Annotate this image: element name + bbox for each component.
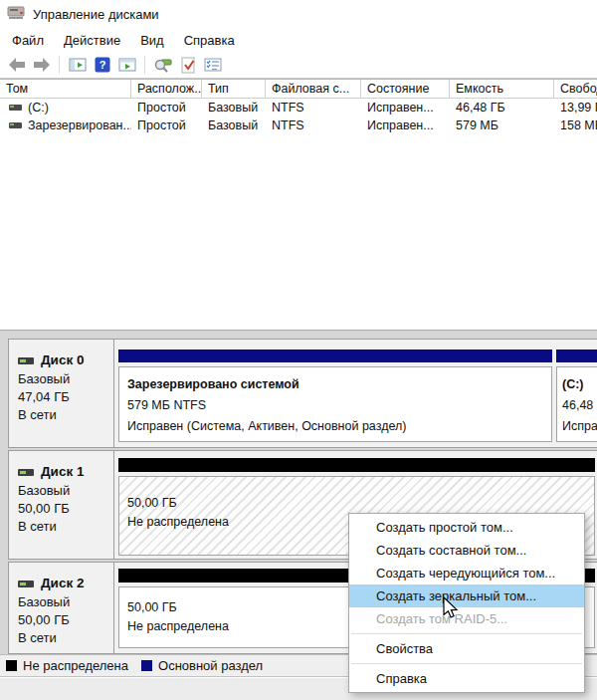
type-cell: Базовый — [202, 101, 266, 115]
capacity-cell: 579 МБ — [450, 118, 554, 132]
disk-2-size: 50,00 ГБ — [18, 611, 113, 629]
menu-view[interactable]: Вид — [130, 30, 174, 51]
disk-2-status: В сети — [18, 629, 113, 647]
free-cell: 158 МБ — [554, 118, 597, 132]
properties-list-icon[interactable] — [200, 54, 225, 76]
disk-0-name: Диск 0 — [18, 351, 113, 369]
capacity-cell: 46,48 ГБ — [450, 101, 554, 115]
layout-cell: Простой — [131, 118, 202, 132]
disk-icon — [18, 469, 34, 476]
show-console-window-icon[interactable] — [114, 54, 139, 76]
primary-partition-bar — [118, 350, 552, 362]
disk-0-size: 47,04 ГБ — [18, 388, 113, 406]
primary-partition-bar — [556, 350, 597, 362]
column-header-capacity[interactable]: Емкость — [450, 80, 554, 98]
primary-partition-swatch — [141, 660, 152, 671]
menu-item-new-mirrored-volume[interactable]: Создать зеркальный том... — [349, 584, 584, 607]
partition-status: Исправен — [562, 416, 597, 437]
column-header-free[interactable]: Свободно — [554, 80, 597, 98]
partition-c-drive[interactable]: (C:) 46,48 ГБ Исправен — [556, 350, 597, 445]
disk-2-type: Базовый — [18, 593, 113, 611]
disk-1-type: Базовый — [18, 482, 113, 500]
layout-cell: Простой — [131, 101, 202, 115]
volume-cell: (C:) — [0, 101, 131, 115]
toolbar: ? — [0, 52, 597, 79]
partition-size: 46,48 ГБ — [562, 395, 597, 416]
volume-icon — [9, 122, 22, 128]
disk-2-info-panel[interactable]: Диск 2 Базовый 50,00 ГБ В сети — [9, 563, 114, 653]
partition-system-reserved[interactable]: Зарезервировано системой 579 МБ NTFS Исп… — [118, 350, 552, 445]
partition-title: (C:) — [562, 374, 597, 395]
window-title: Управление дисками — [33, 7, 159, 22]
back-arrow-icon[interactable] — [4, 54, 29, 76]
volume-cell: Зарезервирован... — [0, 118, 131, 132]
status-cell: Исправен... — [361, 101, 450, 115]
filesystem-cell: NTFS — [266, 101, 361, 115]
pane-splitter[interactable] — [0, 330, 597, 339]
forward-arrow-icon[interactable] — [29, 54, 54, 76]
disk-0-info-panel[interactable]: Диск 0 Базовый 47,04 ГБ В сети — [9, 340, 114, 447]
table-row[interactable]: Зарезервирован... Простой Базовый NTFS И… — [0, 117, 597, 134]
menu-file[interactable]: Файл — [2, 30, 54, 51]
menu-item-new-simple-volume[interactable]: Создать простой том... — [349, 516, 584, 539]
volume-list-pane: Том Располож... Тип Файловая с... Состоя… — [0, 79, 597, 330]
partition-title: Зарезервировано системой — [127, 374, 551, 395]
filesystem-cell: NTFS — [266, 118, 361, 132]
column-header-status[interactable]: Состояние — [361, 80, 450, 98]
disk-icon — [18, 581, 34, 587]
disk-0-type: Базовый — [18, 370, 113, 388]
console-tree-icon[interactable] — [65, 54, 90, 76]
menu-item-new-raid5-volume: Создать том RAID-5... — [349, 607, 584, 630]
legend-unallocated-label: Не распределена — [23, 658, 128, 673]
svg-text:?: ? — [99, 59, 105, 71]
unallocated-partition-bar — [118, 458, 595, 472]
menu-item-properties[interactable]: Свойства — [349, 637, 584, 660]
legend-primary-label: Основной раздел — [158, 658, 263, 673]
volume-icon — [9, 105, 22, 111]
free-cell: 13,99 ГБ — [554, 101, 597, 115]
volume-table-header: Том Располож... Тип Файловая с... Состоя… — [0, 79, 597, 99]
disk-1-name: Диск 1 — [18, 463, 113, 481]
partition-box[interactable]: (C:) 46,48 ГБ Исправен — [556, 366, 597, 442]
menu-separator — [351, 633, 582, 634]
menu-help[interactable]: Справка — [174, 30, 245, 51]
mouse-cursor — [439, 593, 463, 623]
menu-separator — [351, 663, 582, 664]
column-header-filesystem[interactable]: Файловая с... — [266, 80, 361, 98]
type-cell: Базовый — [202, 118, 266, 132]
disk-1-status: В сети — [18, 518, 113, 536]
toolbar-separator — [144, 56, 145, 74]
disk-1-info-panel[interactable]: Диск 1 Базовый 50,00 ГБ В сети — [9, 451, 114, 559]
disk-2-name: Диск 2 — [18, 575, 113, 592]
unallocated-swatch — [6, 660, 17, 671]
disk-1-size: 50,00 ГБ — [18, 500, 113, 518]
column-header-layout[interactable]: Располож... — [131, 80, 202, 98]
app-icon — [7, 5, 25, 24]
partition-size: 50,00 ГБ — [127, 494, 594, 513]
partition-status: Исправен (Система, Активен, Основной раз… — [127, 416, 551, 437]
status-cell: Исправен... — [361, 118, 450, 132]
rescan-icon[interactable] — [150, 54, 175, 76]
partition-size: 579 МБ NTFS — [127, 395, 551, 416]
menu-bar: Файл Действие Вид Справка — [0, 28, 597, 52]
disk-0-status: В сети — [18, 406, 113, 424]
partition-box[interactable]: Зарезервировано системой 579 МБ NTFS Исп… — [118, 366, 552, 442]
toolbar-separator — [59, 56, 60, 74]
help-icon[interactable]: ? — [90, 54, 114, 76]
title-bar: Управление дисками — [0, 0, 597, 28]
menu-item-new-spanned-volume[interactable]: Создать составной том... — [349, 539, 584, 562]
context-menu: Создать простой том... Создать составной… — [348, 513, 585, 693]
menu-action[interactable]: Действие — [54, 30, 130, 51]
column-header-volume[interactable]: Том — [0, 80, 131, 98]
table-row[interactable]: (C:) Простой Базовый NTFS Исправен... 46… — [0, 99, 597, 117]
menu-item-new-striped-volume[interactable]: Создать чередующийся том... — [349, 562, 584, 584]
check-document-icon[interactable] — [175, 54, 200, 76]
column-header-type[interactable]: Тип — [202, 80, 266, 98]
menu-item-help[interactable]: Справка — [349, 667, 584, 690]
disk-row-0: Диск 0 Базовый 47,04 ГБ В сети Зарезерви… — [8, 339, 597, 448]
disk-icon — [18, 357, 34, 364]
